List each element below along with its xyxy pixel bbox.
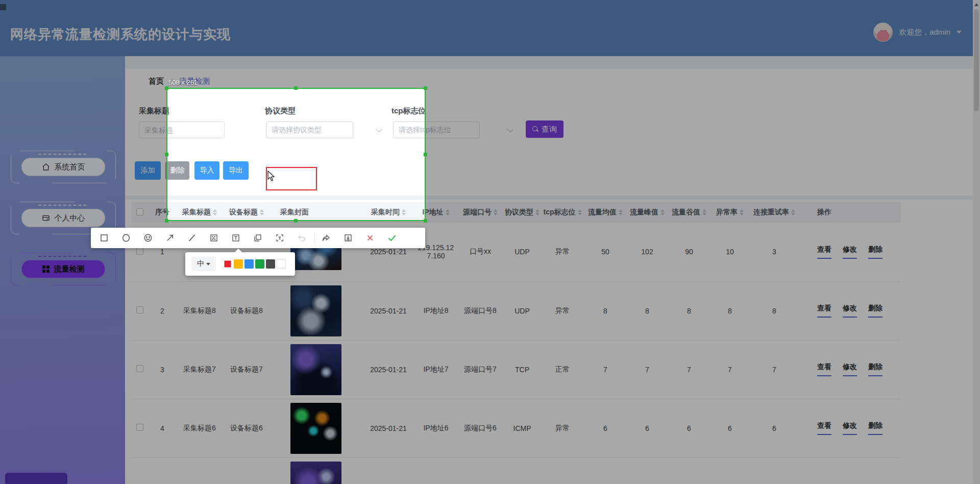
- color-swatch-green[interactable]: [255, 259, 264, 269]
- confirm-capture-icon[interactable]: [386, 232, 398, 244]
- emoji-tool-icon[interactable]: [142, 232, 154, 244]
- app-page: 网络异常流量检测系统的设计与实现 欢迎您，admin 系统首页 个人中心 流量检…: [0, 0, 980, 484]
- caret-down-icon: [206, 263, 210, 265]
- stroke-size-select[interactable]: 中: [191, 257, 216, 271]
- capture-dim-overlay: [0, 221, 980, 484]
- resize-handle[interactable]: [165, 219, 168, 223]
- arrow-tool-icon[interactable]: [164, 232, 176, 244]
- copy-tool-icon[interactable]: [252, 232, 264, 244]
- resize-handle[interactable]: [165, 86, 168, 90]
- annotation-style-popup: 中: [185, 252, 295, 276]
- ellipse-tool-icon[interactable]: [120, 232, 132, 244]
- mouse-cursor: [267, 171, 276, 182]
- pen-tool-icon[interactable]: [186, 232, 198, 244]
- cancel-capture-icon[interactable]: [364, 232, 376, 244]
- color-swatch-gray[interactable]: [266, 259, 275, 269]
- ocr-tool-icon[interactable]: [274, 232, 286, 244]
- capture-selection[interactable]: [166, 88, 426, 221]
- color-swatch-white[interactable]: [277, 259, 286, 269]
- download-icon[interactable]: [342, 232, 354, 244]
- color-swatch-blue[interactable]: [244, 259, 254, 269]
- capture-dim-overlay: [426, 88, 980, 221]
- text-tool-icon[interactable]: [230, 232, 242, 244]
- color-swatch-red[interactable]: [223, 259, 232, 269]
- capture-dim-overlay: [0, 0, 980, 88]
- resize-handle[interactable]: [294, 86, 298, 90]
- stroke-size-label: 中: [197, 259, 204, 269]
- share-icon[interactable]: [320, 232, 332, 244]
- resize-handle[interactable]: [424, 86, 427, 90]
- undo-icon: [296, 232, 308, 244]
- rect-tool-icon[interactable]: [98, 232, 110, 244]
- toolbar-divider: [314, 233, 315, 243]
- capture-size-label: 508 x 261: [168, 79, 198, 86]
- capture-toolbar: [91, 228, 425, 248]
- resize-handle[interactable]: [165, 153, 168, 156]
- resize-handle[interactable]: [424, 219, 427, 223]
- capture-dim-overlay: [0, 88, 166, 221]
- color-swatch-yellow[interactable]: [234, 259, 243, 269]
- resize-handle[interactable]: [294, 219, 298, 223]
- resize-handle[interactable]: [424, 153, 427, 156]
- mosaic-tool-icon[interactable]: [208, 232, 220, 244]
